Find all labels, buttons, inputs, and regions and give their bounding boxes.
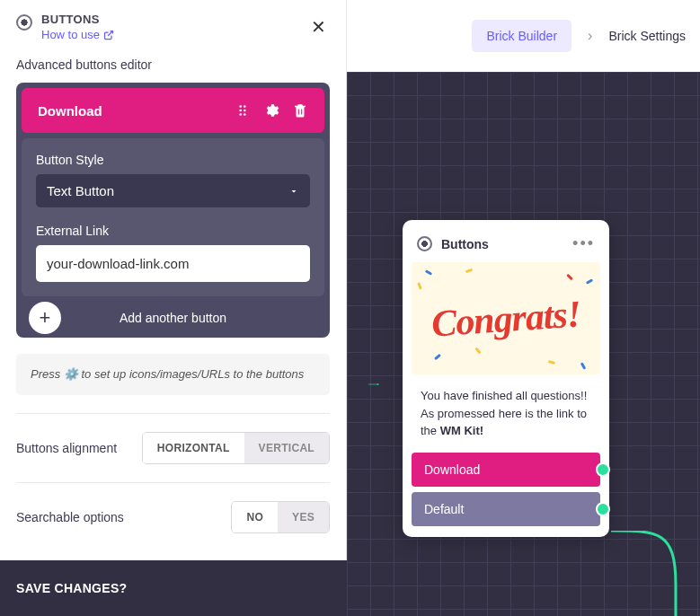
preview-btn-download-label: Download	[424, 462, 480, 477]
button-config-card: Button Style Text Button External Link	[22, 138, 324, 296]
section-title: Advanced buttons editor	[0, 50, 346, 83]
incoming-arrow-icon	[347, 383, 401, 386]
add-button-label: Add another button	[120, 311, 226, 325]
preview-line1: You have finished all questions!!	[421, 389, 587, 402]
svg-point-0	[239, 105, 242, 108]
drag-handle-icon[interactable]	[235, 102, 251, 119]
searchable-label: Searchable options	[16, 509, 133, 525]
row-actions	[235, 102, 308, 119]
congrats-text: Congrats!	[430, 292, 581, 345]
chevron-down-icon	[288, 186, 299, 197]
flow-handle[interactable]	[596, 502, 610, 516]
preview-body: You have finished all questions!! As pro…	[412, 374, 600, 453]
brick-type-icon	[16, 14, 32, 31]
editor-panel: BUTTONS How to use ✕ Advanced buttons ed…	[0, 0, 347, 616]
svg-point-3	[244, 110, 246, 112]
svg-marker-7	[377, 383, 379, 385]
more-icon[interactable]: •••	[572, 234, 595, 253]
align-horizontal[interactable]: HORIZONTAL	[143, 433, 244, 463]
preview-title: Buttons	[441, 237, 572, 251]
plus-icon: +	[29, 302, 61, 334]
panel-title: BUTTONS	[41, 13, 114, 26]
button-item-label: Download	[38, 103, 235, 119]
preview-btn-default[interactable]: Default	[412, 492, 600, 526]
flow-connector-icon	[604, 531, 700, 616]
searchable-toggle: NO YES	[231, 501, 330, 533]
style-value: Text Button	[47, 183, 288, 198]
preview-image: Congrats!	[412, 262, 600, 374]
howto-label: How to use	[41, 28, 100, 41]
external-link-input[interactable]	[36, 245, 310, 282]
alignment-label: Buttons alignment	[16, 440, 133, 456]
breadcrumb-separator: ›	[588, 28, 592, 44]
panel-header: BUTTONS How to use ✕	[0, 0, 346, 50]
alignment-row: Buttons alignment HORIZONTAL VERTICAL	[0, 432, 346, 464]
panel-body: Download Button Style Text Button Extern…	[0, 83, 346, 338]
add-button-row[interactable]: + Add another button	[16, 302, 330, 338]
header-text: BUTTONS How to use	[41, 13, 114, 41]
flow-canvas[interactable]: Buttons ••• Congrats! You have finished …	[347, 72, 700, 616]
trash-icon[interactable]	[292, 102, 308, 119]
button-item-row[interactable]: Download	[22, 88, 324, 133]
howto-link[interactable]: How to use	[41, 28, 114, 41]
breadcrumb-brick-settings[interactable]: Brick Settings	[608, 29, 686, 43]
preview-bold: WM Kit!	[440, 424, 483, 437]
buttons-editor-card: Download Button Style Text Button Extern…	[16, 83, 330, 338]
gear-icon[interactable]	[263, 102, 279, 119]
preview-btn-download[interactable]: Download	[412, 453, 600, 487]
alignment-toggle: HORIZONTAL VERTICAL	[142, 432, 330, 464]
svg-point-1	[244, 105, 246, 108]
svg-point-2	[239, 110, 242, 112]
link-label: External Link	[36, 224, 310, 238]
align-vertical[interactable]: VERTICAL	[244, 433, 329, 463]
searchable-yes[interactable]: YES	[278, 502, 329, 532]
brick-preview-card[interactable]: Buttons ••• Congrats! You have finished …	[403, 220, 609, 537]
hint-box: Press ⚙️ to set up icons/images/URLs to …	[16, 354, 330, 395]
style-select[interactable]: Text Button	[36, 174, 310, 207]
svg-point-5	[244, 113, 246, 116]
external-link-icon	[103, 30, 114, 40]
style-label: Button Style	[36, 153, 310, 167]
svg-point-4	[239, 113, 242, 116]
brick-type-icon	[417, 236, 432, 251]
divider	[16, 482, 330, 483]
canvas-area: Brick Builder › Brick Settings Buttons •…	[347, 0, 700, 616]
preview-btn-default-label: Default	[424, 502, 464, 516]
preview-buttons: Download Default	[412, 453, 600, 528]
searchable-no[interactable]: NO	[232, 502, 278, 532]
close-icon[interactable]: ✕	[307, 13, 330, 41]
breadcrumb-brick-builder[interactable]: Brick Builder	[472, 20, 572, 52]
preview-header: Buttons •••	[412, 229, 600, 262]
flow-handle[interactable]	[596, 462, 610, 477]
divider	[16, 413, 330, 414]
save-question: SAVE CHANGES?	[16, 581, 127, 595]
breadcrumb: Brick Builder › Brick Settings	[347, 0, 700, 72]
